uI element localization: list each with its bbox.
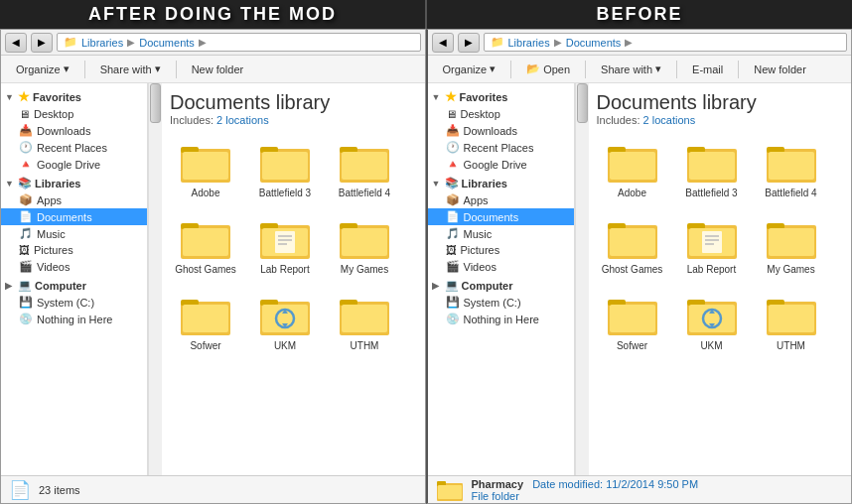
sidebar-item-downloads[interactable]: 📥 Downloads (1, 122, 147, 139)
left-share-button[interactable]: Share with ▾ (93, 60, 168, 78)
right-folder-label-uthm: UTHM (777, 339, 805, 352)
right-forward-button[interactable]: ▶ (458, 33, 480, 53)
breadcrumb-libraries[interactable]: Libraries (81, 37, 123, 49)
folder-item-mygames[interactable]: My Games (329, 212, 400, 281)
folder-icon-mygames (339, 217, 390, 261)
folder-item-ghostgames[interactable]: Ghost Games (170, 212, 241, 281)
right-folder-label-bf4: Battlefield 4 (765, 187, 816, 199)
sidebar-label-downloads: Downloads (37, 125, 90, 137)
right-folder-label-adobe: Adobe (618, 187, 646, 199)
left-breadcrumb[interactable]: 📁 Libraries ▶ Documents ▶ (57, 33, 421, 52)
folder-icon-bf4 (339, 141, 390, 185)
right-sidebar-item-recentplaces[interactable]: 🕐 Recent Places (428, 139, 574, 156)
right-back-button[interactable]: ◀ (432, 33, 454, 53)
right-breadcrumb-documents[interactable]: Documents (566, 37, 622, 49)
drive-icon: 💾 (19, 296, 33, 309)
sidebar-item-pictures[interactable]: 🖼 Pictures (1, 242, 147, 258)
right-sidebar-item-documents[interactable]: 📄 Documents (428, 208, 574, 225)
right-sidebar-item-googledrive[interactable]: 🔺 Google Drive (428, 156, 574, 173)
right-sidebar-item-apps[interactable]: 📦 Apps (428, 191, 574, 208)
right-sidebar-item-music[interactable]: 🎵 Music (428, 225, 574, 242)
recentplaces-icon: 🕐 (19, 141, 33, 154)
right-folder-item-ukm[interactable]: UKM (676, 289, 748, 357)
right-folder-item-uthm[interactable]: UTHM (756, 289, 827, 357)
left-libraries-header[interactable]: ▼ 📚 Libraries (1, 175, 147, 191)
folder-label-sofwer: Sofwer (190, 339, 220, 352)
right-sidebar-item-systemc[interactable]: 💾 System (C:) (428, 294, 574, 311)
svg-rect-5 (262, 152, 308, 180)
left-computer-header[interactable]: ▶ 💻 Computer (1, 277, 147, 294)
sidebar-label-googledrive: Google Drive (37, 159, 100, 171)
right-status-folder-icon (436, 476, 464, 504)
folder-item-sofwer[interactable]: Sofwer (170, 289, 241, 357)
left-back-button[interactable]: ◀ (5, 33, 27, 53)
right-downloads-icon: 📥 (446, 124, 460, 137)
right-sidebar-item-nothing[interactable]: 💿 Nothing in Here (428, 311, 574, 327)
right-sidebar-item-videos[interactable]: 🎬 Videos (428, 258, 574, 275)
right-sidebar-scrollbar[interactable] (575, 83, 589, 475)
folder-item-bf3[interactable]: Battlefield 3 (249, 136, 321, 204)
sidebar-item-music[interactable]: 🎵 Music (1, 225, 147, 242)
left-forward-button[interactable]: ▶ (31, 33, 53, 53)
right-folder-item-sofwer[interactable]: Sofwer (597, 289, 668, 357)
right-sidebar-item-desktop[interactable]: 🖥 Desktop (428, 106, 574, 122)
folder-label-uthm: UTHM (351, 339, 379, 352)
right-computer-header[interactable]: ▶ 💻 Computer (428, 277, 574, 294)
right-libraries-header[interactable]: ▼ 📚 Libraries (428, 175, 574, 191)
right-status-type: File folder (472, 490, 519, 502)
folder-item-ukm[interactable]: UKM (249, 289, 321, 357)
right-folder-item-labreport[interactable]: Lab Report (676, 212, 748, 281)
sidebar-item-apps[interactable]: 📦 Apps (1, 191, 147, 208)
left-library-header: Documents library Includes: 2 locations (170, 91, 417, 126)
right-folder-label-sofwer: Sofwer (617, 339, 647, 352)
sidebar-item-videos[interactable]: 🎬 Videos (1, 258, 147, 275)
right-computer-icon: 💻 (445, 279, 459, 292)
folder-icon-labreport (259, 217, 311, 261)
right-breadcrumb[interactable]: 📁 Libraries ▶ Documents ▶ (484, 33, 848, 52)
folder-item-bf4[interactable]: Battlefield 4 (329, 136, 400, 204)
folder-label-bf4: Battlefield 4 (339, 187, 390, 199)
folder-icon-adobe (180, 141, 231, 185)
left-library-subtitle: Includes: 2 locations (170, 114, 417, 126)
right-folder-item-bf3[interactable]: Battlefield 3 (676, 136, 748, 204)
folder-item-uthm[interactable]: UTHM (329, 289, 400, 357)
right-share-button[interactable]: Share with ▾ (594, 60, 668, 78)
right-sidebar-item-downloads[interactable]: 📥 Downloads (428, 122, 574, 139)
right-folder-item-bf4[interactable]: Battlefield 4 (756, 136, 827, 204)
right-email-button[interactable]: E-mail (685, 61, 730, 78)
breadcrumb-documents[interactable]: Documents (139, 37, 195, 49)
right-favorites-header[interactable]: ▼ ★ Favorites (428, 87, 574, 106)
favorites-label: Favorites (33, 91, 81, 103)
sidebar-item-desktop[interactable]: 🖥 Desktop (1, 106, 147, 122)
sidebar-item-systemc[interactable]: 💾 System (C:) (1, 294, 147, 311)
right-newfolder-button[interactable]: New folder (747, 61, 813, 78)
sidebar-item-nothing[interactable]: 💿 Nothing in Here (1, 311, 147, 327)
right-toolbar-sep-2 (585, 61, 586, 78)
left-status-icon: 📄 (9, 479, 31, 501)
left-sidebar-scrollbar[interactable] (148, 83, 162, 475)
folder-item-labreport[interactable]: Lab Report (249, 212, 321, 281)
right-folder-item-mygames[interactable]: My Games (756, 212, 827, 281)
right-sidebar-item-pictures[interactable]: 🖼 Pictures (428, 242, 574, 258)
left-newfolder-button[interactable]: New folder (185, 61, 251, 78)
right-library-locations-link[interactable]: 2 locations (643, 114, 696, 126)
sidebar-item-googledrive[interactable]: 🔺 Google Drive (1, 156, 147, 173)
right-breadcrumb-libraries[interactable]: Libraries (508, 37, 550, 49)
folder-item-adobe[interactable]: Adobe (170, 136, 241, 204)
sidebar-item-recentplaces[interactable]: 🕐 Recent Places (1, 139, 147, 156)
left-sidebar-scrollbar-thumb (150, 83, 161, 123)
right-folder-label-ukm: UKM (700, 339, 722, 352)
left-favorites-header[interactable]: ▼ ★ Favorites (1, 87, 147, 106)
left-organize-button[interactable]: Organize ▾ (9, 60, 76, 78)
right-open-button[interactable]: 📂 Open (519, 60, 577, 78)
sidebar-item-documents[interactable]: 📄 Documents (1, 208, 147, 225)
right-organize-button[interactable]: Organize ▾ (436, 60, 503, 78)
left-explorer-panel: ◀ ▶ 📁 Libraries ▶ Documents ▶ Organize ▾… (0, 29, 426, 504)
documents-icon: 📄 (19, 210, 33, 223)
folder-icon-bf3 (259, 141, 311, 185)
videos-icon: 🎬 (19, 260, 33, 273)
left-library-locations-link[interactable]: 2 locations (216, 114, 269, 126)
right-folder-item-ghostgames[interactable]: Ghost Games (597, 212, 668, 281)
right-folder-item-adobe[interactable]: Adobe (597, 136, 668, 204)
right-library-header: Documents library Includes: 2 locations (597, 91, 844, 126)
